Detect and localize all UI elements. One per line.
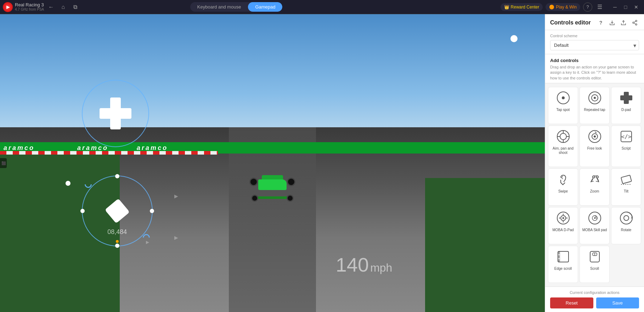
save-button[interactable]: Save [596,297,639,308]
play-win-button[interactable]: 🟠 Play & Win [546,3,580,11]
panel-export-button[interactable] [619,18,628,27]
aim-pan-shoot-icon [555,129,571,144]
svg-point-35 [624,216,629,221]
indicator-dot-left [66,181,70,186]
back-button[interactable]: ← [46,2,56,12]
speed-display: 140mph [336,253,392,276]
tab-keyboard-mouse[interactable]: Keyboard and mouse [190,2,248,12]
control-script[interactable]: </> Script [611,126,641,167]
steering-dot-top [115,174,119,178]
rotate-icon [618,210,634,226]
d-pad-label: D-pad [621,108,631,112]
left-sidebar-toggle[interactable]: ⬛ [0,158,7,168]
panel-import-button[interactable] [608,18,616,27]
repeated-tap-icon [587,90,603,106]
svg-point-33 [594,217,595,219]
steering-arrow: ▶ [146,240,149,245]
add-controls-desc: Drag and drop an action on your game scr… [550,65,639,81]
minimize-button[interactable]: ─ [610,2,620,12]
control-repeated-tap[interactable]: Repeated tap [580,87,610,124]
scroll-label: Scroll [590,267,599,271]
svg-point-12 [560,133,566,140]
speed-value: 140 [336,254,369,276]
repeated-tap-label: Repeated tap [584,108,605,112]
home-button[interactable]: ⌂ [58,2,68,12]
svg-point-30 [562,217,564,219]
control-free-look[interactable]: Free look [580,126,610,167]
zoom-label: Zoom [590,189,599,194]
edge-scroll-icon [555,249,571,264]
tab-gamepad[interactable]: Gamepad [248,2,282,12]
car-body [258,179,287,190]
car-wheel-fr [287,195,294,202]
control-moba-d-pad[interactable]: MOBA D-Pad [548,207,578,244]
svg-point-19 [594,135,596,138]
svg-rect-26 [621,175,632,184]
aim-pan-shoot-label: Aim, pan and shoot [550,146,576,155]
playnwin-icon: 🟠 [549,5,554,10]
svg-point-3 [633,22,634,23]
top-center-buttons: 👑 Reward Center 🟠 Play & Win ? ☰ ─ □ ✕ [501,2,641,12]
control-zoom[interactable]: Zoom [580,168,610,206]
dpad-shape [100,98,131,129]
d-pad-icon [618,90,634,106]
svg-point-24 [596,176,598,178]
zoom-icon [587,172,603,187]
control-edge-scroll[interactable]: Edge scroll [548,246,578,283]
sponsor-text: aramco [4,144,35,152]
tilt-icon [618,172,634,187]
track-arrow-left: ▶ [174,193,178,199]
steering-orange-dot [116,240,119,243]
svg-point-2 [635,24,637,25]
barrier-left [0,151,218,155]
control-tilt[interactable]: Tilt [611,168,641,206]
panel-header: Controls editor ? [545,14,644,30]
help-button[interactable]: ? [583,2,592,12]
reset-button[interactable]: Reset [550,297,593,308]
panel-share-button[interactable] [631,18,639,27]
track-arrow-left2: ▶ [174,235,178,240]
moba-d-pad-icon [555,210,571,226]
reward-icon: 👑 [504,5,509,10]
tabs-button[interactable]: ⧉ [70,2,80,12]
add-controls-section: Add controls Drag and drop an action on … [545,54,644,83]
dpad-vertical [110,98,121,129]
game-screen: aramco aramco aramco 140mph [0,14,545,312]
dpad-control[interactable] [82,80,149,147]
car-wheel-rl [249,178,258,186]
panel-footer: Current configuration actions Reset Save [545,286,644,312]
tap-spot-icon [555,90,571,106]
svg-text:</>: </> [621,133,631,140]
control-aim-pan-shoot[interactable]: Aim, pan and shoot [548,126,578,167]
close-button[interactable]: ✕ [631,2,641,12]
control-rotate[interactable]: Rotate [611,207,641,244]
control-d-pad[interactable]: D-pad [611,87,641,124]
panel-title-text: Controls editor [550,20,591,26]
main-area: aramco aramco aramco 140mph [0,14,644,312]
panel-help-button[interactable]: ? [597,18,605,27]
control-tap-spot[interactable]: Tap spot [548,87,578,124]
script-label: Script [622,146,631,151]
script-icon: </> [618,129,634,144]
tap-spot-label: Tap spot [557,108,570,112]
steering-control[interactable]: 08,484 ▶ [82,176,153,246]
svg-point-5 [562,96,565,99]
maximize-button[interactable]: □ [621,2,631,12]
reward-center-button[interactable]: 👑 Reward Center [501,3,543,11]
panel-title: Controls editor ? [550,18,639,27]
dpad-cross [100,98,131,129]
svg-rect-10 [620,95,632,100]
control-scroll[interactable]: Scroll [580,246,610,283]
control-moba-skill-pad[interactable]: MOBA Skill pad [580,207,610,244]
tilt-label: Tilt [624,189,628,194]
controls-panel: Controls editor ? Control scheme [545,14,644,312]
reward-label: Reward Center [511,5,540,10]
free-look-label: Free look [587,146,602,151]
moba-d-pad-label: MOBA D-Pad [552,228,574,232]
hamburger-button[interactable]: ☰ [595,2,604,12]
free-look-icon [587,129,603,144]
control-swipe[interactable]: Swipe [548,168,578,206]
scheme-select[interactable]: Default [550,40,639,50]
swipe-icon [555,172,571,187]
steering-dot-right [150,209,154,213]
